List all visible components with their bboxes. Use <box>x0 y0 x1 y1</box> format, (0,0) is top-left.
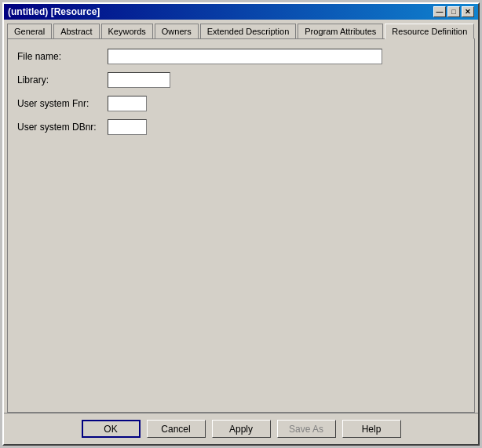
close-button[interactable]: ✕ <box>462 6 474 17</box>
minimize-button[interactable]: — <box>433 6 446 17</box>
user-system-dbnr-row: User system DBnr: <box>17 119 465 135</box>
window-title: (untitled) [Resource] <box>8 6 100 17</box>
main-window: (untitled) [Resource] — □ ✕ General Abst… <box>2 2 480 446</box>
library-row: Library: <box>17 72 465 88</box>
tab-owners[interactable]: Owners <box>155 24 199 39</box>
tabs-container: General Abstract Keywords Owners Extende… <box>4 20 478 38</box>
apply-button[interactable]: Apply <box>212 420 271 438</box>
tab-resource-definition[interactable]: Resource Definition <box>385 24 474 39</box>
user-system-fnr-label: User system Fnr: <box>17 98 108 109</box>
tab-general[interactable]: General <box>7 24 52 39</box>
maximize-button[interactable]: □ <box>447 6 460 17</box>
title-bar: (untitled) [Resource] — □ ✕ <box>4 4 478 20</box>
ok-button[interactable]: OK <box>82 420 141 438</box>
bottom-bar: OK Cancel Apply Save As Help <box>4 413 478 444</box>
cancel-button[interactable]: Cancel <box>147 420 206 438</box>
file-name-label: File name: <box>17 51 108 62</box>
tab-abstract[interactable]: Abstract <box>53 24 99 39</box>
user-system-fnr-row: User system Fnr: <box>17 96 465 111</box>
user-system-dbnr-label: User system DBnr: <box>17 122 108 133</box>
save-as-button[interactable]: Save As <box>277 420 336 438</box>
title-bar-buttons: — □ ✕ <box>433 6 474 17</box>
tab-content: File name: Library: User system Fnr: Use… <box>7 38 475 413</box>
library-label: Library: <box>17 75 108 86</box>
library-input[interactable] <box>108 72 170 88</box>
user-system-dbnr-input[interactable] <box>108 119 147 135</box>
tab-program-attributes[interactable]: Program Attributes <box>298 24 383 39</box>
help-button[interactable]: Help <box>342 420 401 438</box>
tab-keywords[interactable]: Keywords <box>101 24 153 39</box>
file-name-row: File name: <box>17 49 465 64</box>
file-name-input[interactable] <box>108 49 382 64</box>
user-system-fnr-input[interactable] <box>108 96 147 111</box>
tab-extended-description[interactable]: Extended Description <box>200 24 297 39</box>
